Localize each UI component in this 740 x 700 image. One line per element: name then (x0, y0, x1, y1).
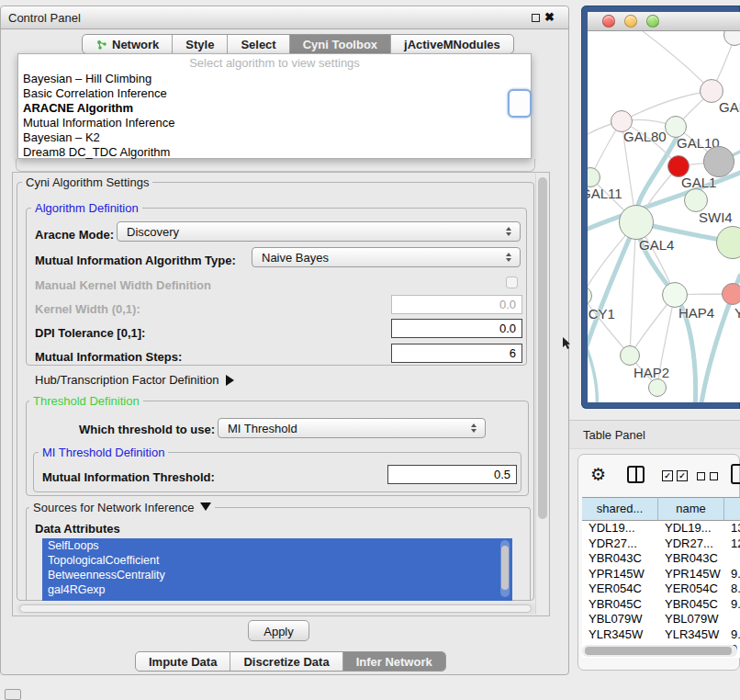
table-row[interactable]: YER054CYER054C8. (582, 581, 740, 597)
stepper-arrows-icon (465, 423, 482, 433)
mouse-cursor (562, 337, 571, 350)
cyni-algorithm-settings-title: Cyni Algorithm Settings (22, 175, 152, 189)
node-label: GCY1 (588, 306, 615, 322)
algorithm-option[interactable]: Dream8 DC_TDC Algorithm (18, 145, 531, 160)
algorithm-option[interactable]: Basic Correlation Inference (18, 86, 531, 101)
algorithm-option[interactable]: Mutual Information Inference (18, 116, 531, 130)
node-label: SWI4 (699, 209, 733, 225)
table-cell: YBL079W (582, 612, 658, 627)
table-cell (724, 551, 740, 567)
table-cell: 12 (724, 536, 740, 552)
table-row[interactable]: YBR043CYBR043C (582, 551, 740, 567)
table-cell: 9. (724, 597, 740, 613)
settings-vertical-scrollbar[interactable] (535, 174, 548, 615)
network-view-window[interactable]: GALGAL80GAL10GAL1GAL11GAL4SWI4HAP4YGCY1H… (581, 6, 740, 409)
table-panel-header: Table Panel (569, 420, 740, 449)
network-canvas[interactable]: GALGAL80GAL10GAL1GAL11GAL4SWI4HAP4YGCY1H… (588, 31, 740, 402)
columns-icon[interactable] (627, 466, 645, 483)
manual-kernel-checkbox[interactable] (506, 277, 518, 288)
gear-icon[interactable]: ⚙ (590, 464, 606, 485)
table-row[interactable]: YDR27...YDR27...12 (582, 536, 740, 552)
attribute-item[interactable]: TopologicalCoefficient (42, 553, 512, 568)
table-cell: YPR145W (582, 567, 658, 582)
node-label: GAL80 (623, 129, 667, 144)
data-attributes-list[interactable]: SelfLoopsTopologicalCoefficientBetweenne… (42, 538, 512, 601)
table-cell: YBR043C (658, 551, 724, 567)
dpi-tolerance-field[interactable]: 0.0 (391, 319, 522, 338)
apply-button[interactable]: Apply (248, 620, 309, 641)
mi-threshold-field[interactable]: 0.5 (387, 465, 517, 484)
table-panel-title: Table Panel (583, 428, 645, 442)
table-row[interactable]: YPR145WYPR145W9. (582, 567, 740, 582)
table-row[interactable]: YDL19...YDL19...13 (582, 521, 740, 536)
close-traffic-light-icon[interactable] (602, 15, 615, 28)
table-row[interactable]: YBL079WYBL079W (582, 612, 740, 627)
column-header[interactable]: name (658, 497, 724, 521)
network-node[interactable] (648, 378, 667, 397)
sources-title[interactable]: Sources for Network Inference (29, 501, 215, 514)
unchecked-box-icon[interactable] (697, 472, 705, 480)
table-cell: 8. (724, 581, 740, 597)
table-cell: YBR043C (582, 551, 658, 567)
attribute-list-scrollbar[interactable] (500, 540, 510, 597)
kernel-width-field[interactable]: 0.0 (391, 295, 522, 314)
manual-kernel-label: Manual Kernel Width Definition (35, 278, 211, 292)
hub-definition-toggle[interactable]: Hub/Transcription Factor Definition (35, 373, 234, 387)
attribute-item[interactable]: BetweennessCentrality (42, 568, 512, 582)
mi-steps-field[interactable]: 6 (391, 344, 522, 363)
collapsed-arrow-icon (226, 375, 234, 386)
tab-network[interactable]: Network (83, 35, 173, 53)
which-threshold-combo[interactable]: MI Threshold (218, 418, 486, 438)
data-attributes-label: Data Attributes (35, 522, 120, 536)
control-panel-tabbar: NetworkStyleSelectCyni ToolboxjActiveMNo… (82, 34, 514, 54)
settings-horizontal-scrollbar[interactable] (17, 603, 536, 615)
kernel-width-label: Kernel Width (0,1): (35, 302, 140, 316)
table-horizontal-scrollbar[interactable] (582, 645, 737, 657)
attribute-item[interactable]: SelfLoops (42, 538, 512, 553)
desktop: Control Panel ✖ NetworkStyleSelectCyni T… (0, 0, 740, 700)
table-row[interactable]: YLR345WYLR345W9. (582, 627, 740, 643)
tab-style[interactable]: Style (173, 35, 228, 53)
network-node[interactable] (703, 146, 734, 177)
which-threshold-value: MI Threshold (219, 422, 465, 435)
document-icon[interactable] (731, 464, 740, 484)
algorithm-option[interactable]: Bayesian – K2 (18, 130, 531, 145)
aracne-mode-value: Discovery (118, 225, 500, 239)
aracne-mode-combo[interactable]: Discovery (117, 221, 521, 242)
tab-label: Select (241, 38, 275, 51)
tab-cyni-toolbox[interactable]: Cyni Toolbox (290, 35, 391, 53)
minimize-traffic-light-icon[interactable] (624, 15, 637, 28)
float-panel-icon[interactable] (532, 14, 540, 22)
network-node[interactable] (662, 282, 688, 308)
algorithm-option[interactable]: Bayesian – Hill Climbing (18, 72, 531, 86)
tab-discretize-data[interactable]: Discretize Data (230, 652, 342, 671)
attribute-item[interactable]: gal4RGexp (42, 582, 512, 597)
mi-type-combo[interactable]: Naive Bayes (252, 247, 521, 267)
zoom-traffic-light-icon[interactable] (646, 15, 659, 28)
node-label: HAP2 (633, 365, 669, 380)
checked-box-icon[interactable]: ✓ (662, 470, 673, 481)
table-row[interactable]: YBR045CYBR045C9. (582, 597, 740, 613)
tab-label: Impute Data (149, 655, 217, 669)
tab-impute-data[interactable]: Impute Data (136, 652, 230, 671)
unchecked-box-icon[interactable] (710, 472, 718, 480)
node-label: GAL (719, 99, 740, 115)
algorithm-definition-title: Algorithm Definition (31, 201, 142, 215)
table-cell: YBR045C (658, 597, 724, 613)
tab-label: Discretize Data (243, 655, 329, 669)
network-node[interactable] (620, 345, 640, 366)
tab-jactivemnodules[interactable]: jActiveMNodules (391, 35, 513, 53)
checked-box-icon[interactable]: ✓ (677, 470, 688, 481)
mi-type-value: Naive Bayes (252, 251, 500, 265)
algorithm-option[interactable]: ARACNE Algorithm (18, 101, 531, 116)
network-node[interactable] (619, 205, 654, 240)
table-cell: YER054C (658, 581, 724, 597)
table-header-row: shared...nameA (582, 497, 740, 521)
close-icon[interactable]: ✖ (544, 10, 555, 25)
tab-infer-network[interactable]: Infer Network (343, 652, 445, 671)
network-node[interactable] (722, 283, 740, 305)
tab-select[interactable]: Select (228, 35, 289, 53)
column-header[interactable]: shared... (582, 497, 658, 521)
column-header[interactable]: A (724, 497, 740, 521)
node-label: Y (734, 305, 740, 321)
